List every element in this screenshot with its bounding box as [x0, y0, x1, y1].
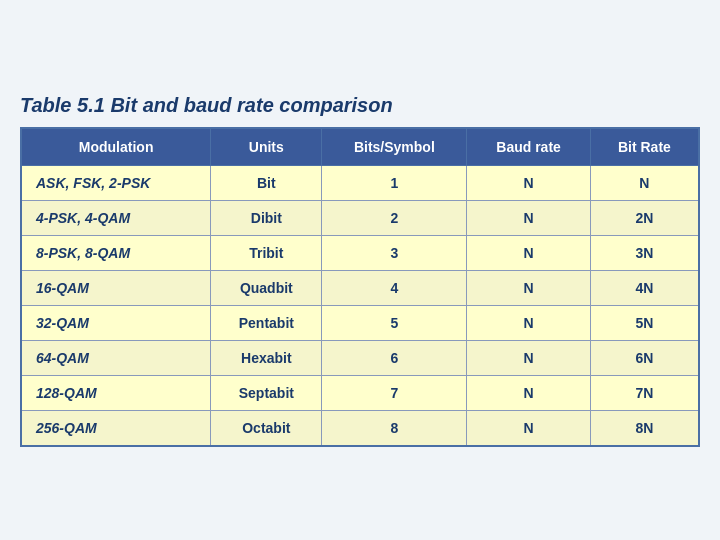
- data-cell: 2: [322, 200, 467, 235]
- modulation-cell: 4-PSK, 4-QAM: [21, 200, 211, 235]
- modulation-cell: 64-QAM: [21, 340, 211, 375]
- table-row: 256-QAMOctabit8N8N: [21, 410, 699, 446]
- table-body: ASK, FSK, 2-PSKBit1NN4-PSK, 4-QAMDibit2N…: [21, 165, 699, 446]
- table-row: 64-QAMHexabit6N6N: [21, 340, 699, 375]
- data-cell: 2N: [590, 200, 699, 235]
- column-header: Bit Rate: [590, 128, 699, 166]
- data-cell: N: [467, 305, 590, 340]
- data-cell: N: [467, 270, 590, 305]
- data-cell: Tribit: [211, 235, 322, 270]
- data-cell: 3: [322, 235, 467, 270]
- column-header: Baud rate: [467, 128, 590, 166]
- data-cell: 8: [322, 410, 467, 446]
- modulation-cell: ASK, FSK, 2-PSK: [21, 165, 211, 200]
- page-container: Table 5.1 Bit and baud rate comparison M…: [20, 94, 700, 447]
- data-cell: N: [467, 340, 590, 375]
- data-cell: 6N: [590, 340, 699, 375]
- data-cell: 1: [322, 165, 467, 200]
- data-cell: 6: [322, 340, 467, 375]
- table-row: 128-QAMSeptabit7N7N: [21, 375, 699, 410]
- modulation-cell: 256-QAM: [21, 410, 211, 446]
- column-header: Bits/Symbol: [322, 128, 467, 166]
- modulation-cell: 8-PSK, 8-QAM: [21, 235, 211, 270]
- modulation-cell: 128-QAM: [21, 375, 211, 410]
- data-cell: N: [467, 200, 590, 235]
- data-cell: N: [590, 165, 699, 200]
- data-cell: 4: [322, 270, 467, 305]
- data-cell: 7N: [590, 375, 699, 410]
- data-cell: 5N: [590, 305, 699, 340]
- table-row: 32-QAMPentabit5N5N: [21, 305, 699, 340]
- data-cell: N: [467, 235, 590, 270]
- table-row: 4-PSK, 4-QAMDibit2N2N: [21, 200, 699, 235]
- data-cell: Septabit: [211, 375, 322, 410]
- table-row: ASK, FSK, 2-PSKBit1NN: [21, 165, 699, 200]
- modulation-cell: 16-QAM: [21, 270, 211, 305]
- data-cell: 7: [322, 375, 467, 410]
- table-title: Table 5.1 Bit and baud rate comparison: [20, 94, 700, 117]
- data-cell: Octabit: [211, 410, 322, 446]
- data-cell: 4N: [590, 270, 699, 305]
- modulation-cell: 32-QAM: [21, 305, 211, 340]
- data-cell: 5: [322, 305, 467, 340]
- data-cell: Quadbit: [211, 270, 322, 305]
- data-cell: Hexabit: [211, 340, 322, 375]
- comparison-table: ModulationUnitsBits/SymbolBaud rateBit R…: [20, 127, 700, 447]
- column-header: Units: [211, 128, 322, 166]
- header-row: ModulationUnitsBits/SymbolBaud rateBit R…: [21, 128, 699, 166]
- data-cell: 8N: [590, 410, 699, 446]
- data-cell: N: [467, 375, 590, 410]
- table-header: ModulationUnitsBits/SymbolBaud rateBit R…: [21, 128, 699, 166]
- data-cell: 3N: [590, 235, 699, 270]
- data-cell: Pentabit: [211, 305, 322, 340]
- data-cell: N: [467, 165, 590, 200]
- data-cell: Bit: [211, 165, 322, 200]
- data-cell: N: [467, 410, 590, 446]
- table-row: 16-QAMQuadbit4N4N: [21, 270, 699, 305]
- column-header: Modulation: [21, 128, 211, 166]
- data-cell: Dibit: [211, 200, 322, 235]
- table-row: 8-PSK, 8-QAMTribit3N3N: [21, 235, 699, 270]
